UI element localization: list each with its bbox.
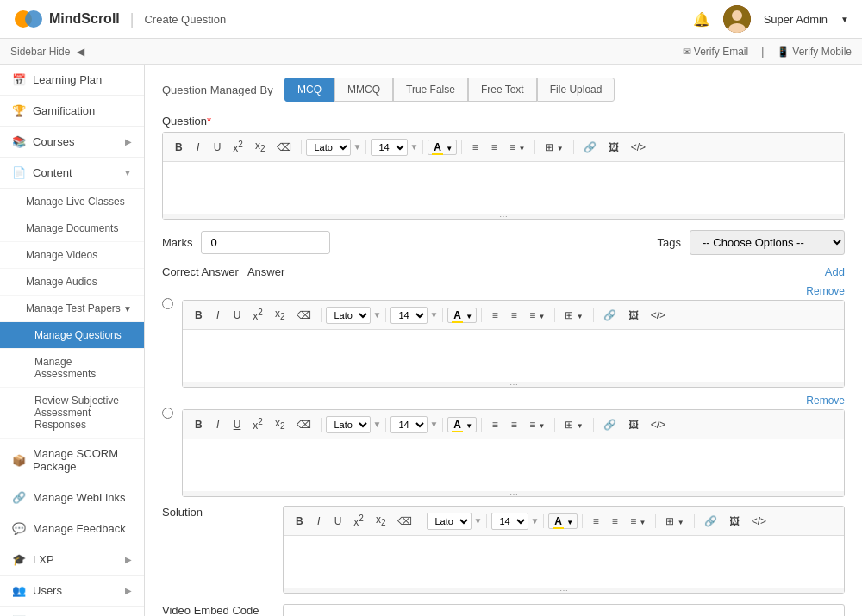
a1-toolbar-superscript[interactable]: x2 — [247, 305, 268, 325]
sol-toolbar-subscript[interactable]: x2 — [371, 511, 391, 530]
a2-toolbar-bold[interactable]: B — [190, 416, 208, 433]
a2-toolbar-italic[interactable]: I — [209, 416, 227, 433]
question-editor-body[interactable] — [163, 162, 844, 214]
tab-mcq[interactable]: MCQ — [284, 78, 334, 102]
a1-toolbar-size[interactable]: 14 — [390, 307, 428, 324]
toolbar-ul[interactable]: ≡ — [466, 139, 484, 156]
sol-toolbar-ol[interactable]: ≡ — [606, 513, 623, 530]
sidebar-item-manage-documents[interactable]: Manage Documents — [0, 215, 144, 242]
sidebar-item-lxp[interactable]: 🎓 LXP ▶ — [0, 544, 144, 576]
a2-toolbar-ul[interactable]: ≡ — [486, 416, 503, 433]
sidebar-item-review-subjective[interactable]: Review Subjective Assessment Responses — [0, 388, 144, 439]
toolbar-italic[interactable]: I — [190, 139, 207, 156]
toolbar-image[interactable]: 🖼 — [603, 139, 624, 156]
a2-toolbar-color[interactable]: A ▼ — [447, 417, 477, 432]
sol-toolbar-superscript[interactable]: x2 — [348, 511, 369, 531]
a2-toolbar-eraser[interactable]: ⌫ — [291, 416, 316, 433]
sol-toolbar-link[interactable]: 🔗 — [699, 513, 722, 530]
toolbar-font-size[interactable]: 14 — [371, 139, 408, 156]
video-embed-input[interactable] — [283, 604, 845, 616]
user-dropdown-arrow[interactable]: ▼ — [840, 15, 849, 24]
sidebar-item-courses[interactable]: 📚 Courses ▶ — [0, 127, 144, 158]
sidebar-item-manage-live-classes[interactable]: Manage Live Classes — [0, 189, 144, 215]
sidebar-item-manage-audios[interactable]: Manage Audios — [0, 269, 144, 296]
remove-answer-1[interactable]: Remove — [182, 285, 845, 297]
a2-toolbar-image[interactable]: 🖼 — [623, 416, 644, 433]
a1-toolbar-italic[interactable]: I — [209, 307, 227, 324]
a2-toolbar-underline[interactable]: U — [228, 416, 247, 433]
a1-toolbar-underline[interactable]: U — [228, 307, 247, 324]
a1-toolbar-color[interactable]: A ▼ — [447, 308, 477, 323]
a2-toolbar-font[interactable]: Lato — [326, 416, 371, 433]
marks-input[interactable] — [201, 231, 330, 254]
sidebar-item-manage-test-papers[interactable]: Manage Test Papers ▼ — [0, 296, 144, 322]
answer-1-editor-body[interactable] — [183, 330, 844, 382]
sol-toolbar-underline[interactable]: U — [329, 513, 347, 530]
answer-2-editor-body[interactable] — [183, 439, 844, 491]
toolbar-color[interactable]: A ▼ — [428, 140, 457, 155]
answer-2-resize[interactable] — [183, 491, 844, 496]
sidebar-item-analytics[interactable]: 📊 Analytics ▶ — [0, 607, 144, 616]
sol-toolbar-color[interactable]: A ▼ — [548, 513, 578, 529]
sol-toolbar-italic[interactable]: I — [310, 513, 328, 530]
remove-answer-2[interactable]: Remove — [182, 395, 845, 407]
sidebar-item-manage-feedback[interactable]: 💬 Manage Feedback — [0, 513, 144, 544]
user-name[interactable]: Super Admin — [764, 13, 828, 26]
sidebar-item-manage-scorm[interactable]: 📦 Manage SCORM Package — [0, 439, 144, 482]
a2-toolbar-size[interactable]: 14 — [390, 416, 428, 433]
sol-toolbar-align[interactable]: ≡ ▼ — [625, 513, 651, 530]
sidebar-item-manage-questions[interactable]: Manage Questions — [0, 322, 144, 349]
add-answer-button[interactable]: Add — [825, 265, 845, 278]
a1-toolbar-eraser[interactable]: ⌫ — [291, 307, 316, 324]
answer-radio-2[interactable] — [162, 408, 173, 419]
a1-toolbar-subscript[interactable]: x2 — [270, 305, 290, 324]
a1-toolbar-align[interactable]: ≡ ▼ — [524, 307, 550, 324]
tab-file-upload[interactable]: File Upload — [537, 78, 615, 102]
a1-toolbar-image[interactable]: 🖼 — [623, 307, 644, 324]
toolbar-ol[interactable]: ≡ — [485, 139, 503, 156]
solution-editor-body[interactable] — [284, 536, 844, 588]
answer-1-resize[interactable] — [183, 382, 844, 387]
a2-toolbar-ol[interactable]: ≡ — [505, 416, 522, 433]
sol-toolbar-table[interactable]: ⊞ ▼ — [660, 513, 689, 530]
a1-toolbar-link[interactable]: 🔗 — [598, 307, 622, 324]
toolbar-underline[interactable]: U — [209, 139, 227, 156]
sidebar-item-learning-plan[interactable]: 📅 Learning Plan — [0, 65, 144, 96]
sol-toolbar-eraser[interactable]: ⌫ — [392, 513, 417, 530]
sidebar-item-manage-assessments[interactable]: Manage Assessments — [0, 349, 144, 388]
sol-toolbar-font[interactable]: Lato — [427, 513, 472, 530]
sidebar-item-manage-weblinks[interactable]: 🔗 Manage WebLinks — [0, 482, 144, 513]
tab-free-text[interactable]: Free Text — [468, 78, 537, 102]
sol-toolbar-bold[interactable]: B — [290, 513, 309, 530]
a1-toolbar-table[interactable]: ⊞ ▼ — [559, 307, 588, 324]
a1-toolbar-code[interactable]: </> — [646, 307, 671, 324]
solution-resize[interactable] — [284, 588, 844, 593]
verify-mobile-link[interactable]: 📱 Verify Mobile — [777, 46, 852, 58]
a2-toolbar-table[interactable]: ⊞ ▼ — [559, 416, 588, 433]
toolbar-subscript[interactable]: x2 — [250, 137, 271, 156]
a1-toolbar-ul[interactable]: ≡ — [486, 307, 503, 324]
a2-toolbar-align[interactable]: ≡ ▼ — [524, 416, 550, 433]
sidebar-item-gamification[interactable]: 🏆 Gamification — [0, 96, 144, 127]
toolbar-link[interactable]: 🔗 — [578, 139, 602, 156]
toolbar-eraser[interactable]: ⌫ — [272, 139, 297, 156]
a1-toolbar-ol[interactable]: ≡ — [505, 307, 522, 324]
a2-toolbar-superscript[interactable]: x2 — [247, 414, 268, 434]
a1-toolbar-font[interactable]: Lato — [326, 307, 371, 324]
a1-toolbar-bold[interactable]: B — [190, 307, 208, 324]
toolbar-bold[interactable]: B — [170, 139, 188, 156]
a2-toolbar-subscript[interactable]: x2 — [270, 414, 290, 433]
sidebar-item-users[interactable]: 👥 Users ▶ — [0, 576, 144, 607]
bell-icon[interactable]: 🔔 — [693, 11, 710, 28]
sol-toolbar-code[interactable]: </> — [746, 513, 771, 530]
question-editor-resize[interactable] — [163, 214, 844, 219]
sidebar-item-content[interactable]: 📄 Content ▼ — [0, 158, 144, 189]
sol-toolbar-size[interactable]: 14 — [491, 513, 528, 530]
toolbar-table[interactable]: ⊞ ▼ — [540, 139, 568, 156]
toolbar-superscript[interactable]: x2 — [228, 137, 248, 157]
tags-select[interactable]: -- Choose Options -- — [690, 230, 845, 255]
toolbar-align[interactable]: ≡ ▼ — [504, 139, 530, 156]
tab-mmcq[interactable]: MMCQ — [334, 78, 393, 102]
sol-toolbar-image[interactable]: 🖼 — [724, 513, 745, 530]
answer-radio-1[interactable] — [162, 298, 173, 309]
